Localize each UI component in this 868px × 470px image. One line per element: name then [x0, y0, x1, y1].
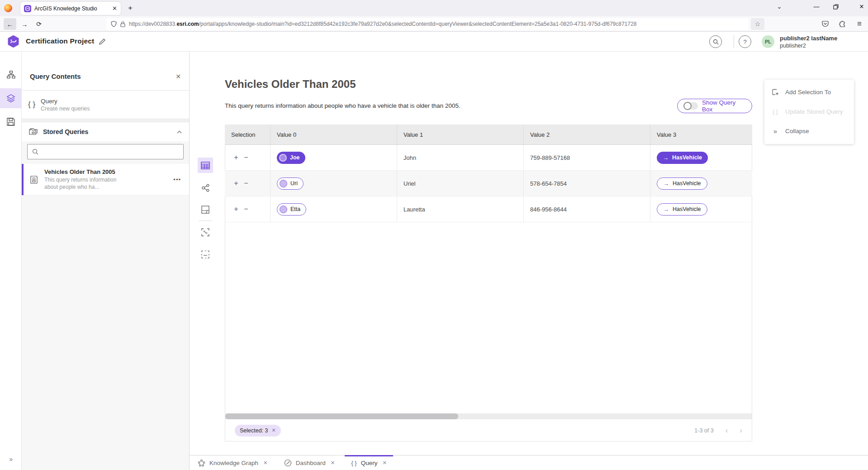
extensions-puzzle-icon[interactable] [836, 18, 849, 30]
tab-title: ArcGIS Knowledge Studio [34, 5, 109, 12]
menu-item-add-selection-to[interactable]: Add Selection To [764, 82, 854, 102]
horizontal-scrollbar-thumb[interactable] [225, 413, 458, 419]
clear-selection-icon[interactable]: ✕ [272, 427, 276, 433]
back-button[interactable]: ← [4, 18, 16, 30]
pagination-prev-icon[interactable]: ‹ [726, 426, 728, 435]
folder-icon [29, 128, 38, 135]
relationship-cell: → HasVehicle [650, 171, 752, 196]
tab-knowledge-graph[interactable]: Knowledge Graph ✕ [190, 456, 276, 470]
view-link-chart-icon[interactable] [198, 180, 213, 196]
chevron-up-icon[interactable] [177, 130, 182, 134]
view-map-icon[interactable] [198, 202, 213, 217]
relationship-pill[interactable]: → HasVehicle [657, 152, 708, 164]
sidebar-close-icon[interactable]: ✕ [175, 73, 181, 80]
bookmark-star-icon[interactable]: ☆ [751, 18, 764, 30]
knowledge-graph-icon [198, 459, 205, 467]
table-row[interactable]: + − Uri Uriel 578-654-7854 → HasVehicle [225, 171, 752, 197]
add-to-map-icon[interactable] [198, 247, 213, 262]
column-header-value0[interactable]: Value 0 [270, 125, 397, 144]
query-item-subtitle: Create new queries [41, 106, 90, 112]
select-minus-button[interactable]: − [241, 153, 251, 162]
sidebar-padding [22, 52, 189, 62]
select-minus-button[interactable]: − [241, 179, 251, 187]
entity-pill[interactable]: Joe [277, 152, 305, 164]
toolbar-divider [199, 221, 212, 221]
rail-data-model-icon[interactable] [0, 65, 22, 85]
toggle-switch[interactable] [683, 102, 698, 110]
pagination-range: 1-3 of 3 [694, 427, 713, 434]
tab-query[interactable]: { } Query ✕ [343, 456, 395, 470]
value1-cell: Lauretta [397, 197, 524, 222]
stored-queries-section-header[interactable]: Stored Queries [22, 122, 189, 141]
select-plus-button[interactable]: + [231, 153, 241, 162]
column-header-selection[interactable]: Selection [225, 125, 270, 144]
hamburger-menu-icon[interactable]: ≡ [853, 18, 866, 30]
help-icon[interactable]: ? [739, 35, 751, 48]
reload-button[interactable]: ⟳ [33, 18, 45, 30]
column-header-value2[interactable]: Value 2 [524, 125, 650, 144]
tab-close-icon[interactable]: ✕ [382, 460, 387, 466]
value1-cell: John [397, 145, 524, 170]
relationship-cell: → HasVehicle [650, 197, 752, 222]
app-header [0, 32, 868, 52]
column-header-value1[interactable]: Value 1 [397, 125, 524, 144]
table-row[interactable]: + − Etta Lauretta 846-956-8644 → HasVehi… [225, 197, 752, 222]
entity-pill[interactable]: Uri [277, 177, 304, 190]
rail-save-icon[interactable] [0, 112, 22, 132]
value2-cell: 578-654-7854 [524, 171, 650, 196]
pagination-next-icon[interactable]: › [740, 426, 742, 435]
relationship-pill[interactable]: → HasVehicle [657, 177, 707, 190]
selection-cell: + − [225, 145, 270, 170]
entity-pill[interactable]: Etta [277, 203, 306, 216]
sidebar-item-query[interactable]: { } Query Create new queries [22, 91, 189, 119]
tab-close-icon[interactable]: ✕ [331, 460, 335, 466]
firefox-icon[interactable] [4, 4, 12, 12]
browser-tab[interactable]: ArcGIS Knowledge Studio ✕ [20, 2, 121, 15]
column-header-value3[interactable]: Value 3 [650, 125, 752, 144]
menu-item-update-stored-query[interactable]: { } Update Stored Query [764, 102, 854, 121]
window-close-button[interactable]: ✕ [855, 3, 868, 10]
select-plus-button[interactable]: + [231, 205, 241, 213]
page-description: This query returns information about peo… [225, 102, 460, 109]
relationship-pill[interactable]: → HasVehicle [657, 203, 707, 216]
braces-icon: { } [772, 109, 779, 115]
value2-cell: 759-889-57168 [524, 145, 650, 170]
menu-item-collapse[interactable]: » Collapse [764, 121, 854, 141]
search-input[interactable] [42, 149, 179, 155]
table-footer: Selected: 3 ✕ 1-3 of 3 ‹ › [225, 419, 752, 441]
add-to-link-chart-icon[interactable] [198, 225, 213, 240]
stored-query-item[interactable]: Vehicles Older Than 2005 This query retu… [22, 164, 189, 196]
url-bar[interactable]: https://dev0028833.esri.com/portal/apps/… [106, 18, 749, 30]
braces-icon: { } [351, 460, 356, 466]
window-minimize-button[interactable]: — [810, 3, 823, 10]
rail-layers-icon[interactable] [0, 88, 22, 108]
view-table-icon[interactable] [198, 158, 213, 173]
rail-expand-icon[interactable]: » [0, 452, 22, 466]
show-query-box-toggle[interactable]: Show Query Box [677, 99, 752, 113]
stored-queries-search[interactable] [27, 144, 184, 159]
arrow-right-icon: → [663, 154, 669, 161]
tab-close-icon[interactable]: ✕ [112, 5, 117, 12]
table-header-row: Selection Value 0 Value 1 Value 2 Value … [225, 125, 752, 145]
edit-title-pencil-icon[interactable] [97, 37, 107, 47]
table-row[interactable]: + − Joe John 759-889-57168 → HasVehicle [225, 145, 752, 171]
list-tabs-icon[interactable]: ⌄ [773, 3, 786, 10]
selected-count-chip[interactable]: Selected: 3 ✕ [235, 425, 281, 436]
entity-cell: Joe [270, 145, 397, 170]
user-avatar[interactable]: PL [762, 35, 774, 48]
forward-button[interactable]: → [18, 18, 31, 30]
stored-query-options-icon[interactable]: ••• [173, 176, 184, 183]
pocket-icon[interactable] [819, 18, 831, 30]
search-icon[interactable] [709, 35, 722, 48]
lock-icon[interactable] [120, 21, 125, 27]
tab-dashboard[interactable]: Dashboard ✕ [276, 456, 343, 470]
select-minus-button[interactable]: − [241, 205, 251, 213]
tab-close-icon[interactable]: ✕ [263, 460, 268, 466]
dashboard-gauge-icon [284, 459, 292, 467]
window-restore-button[interactable] [833, 4, 847, 10]
entity-dot-icon [279, 154, 287, 162]
shield-icon[interactable] [111, 21, 117, 27]
new-tab-button[interactable]: + [128, 4, 133, 13]
select-plus-button[interactable]: + [231, 179, 241, 187]
sidebar-spacer [22, 119, 189, 122]
